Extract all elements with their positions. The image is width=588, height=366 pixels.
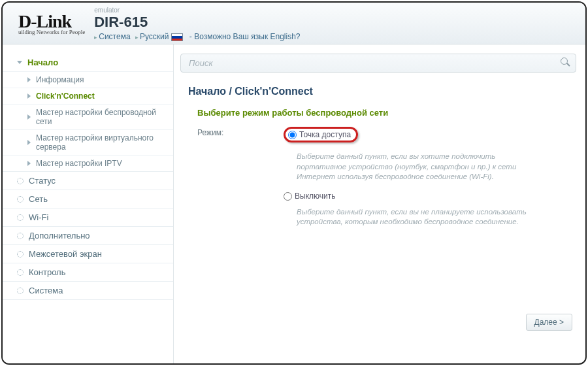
sidebar-item-система[interactable]: Система: [3, 282, 173, 300]
chevron-right-icon: [27, 77, 31, 82]
flag-ru-icon: [171, 33, 183, 41]
sidebar: НачалоИнформацияClick'n'ConnectМастер на…: [3, 44, 174, 365]
mode-option-1: Выключить: [284, 191, 576, 201]
sidebar-item-wi-fi[interactable]: Wi-Fi: [3, 208, 173, 227]
chevron-right-icon: [27, 161, 31, 166]
language-link[interactable]: Русский: [140, 32, 169, 41]
sidebar-subitem-click-n-connect[interactable]: Click'n'Connect: [3, 88, 173, 104]
sidebar-item-label: Начало: [27, 58, 58, 67]
sidebar-item-label: Сеть: [29, 194, 48, 204]
breadcrumb: Начало / Click'n'Connect: [188, 86, 576, 97]
gear-icon: [17, 214, 24, 221]
language-prompt-link[interactable]: - Возможно Ваш язык English?: [189, 32, 301, 41]
sidebar-item-label: Контроль: [29, 267, 65, 277]
header-subline: ▸Система ▸Русский - Возможно Ваш язык En…: [94, 32, 300, 41]
gear-icon: [17, 178, 24, 184]
chevron-right-icon: [27, 114, 31, 120]
mode-radio-label[interactable]: Точка доступа: [299, 130, 351, 139]
sidebar-item-label: Дополнительно: [29, 231, 90, 241]
sidebar-item-начало[interactable]: НачалоИнформацияClick'n'ConnectМастер на…: [3, 54, 173, 172]
search-icon[interactable]: [560, 57, 570, 67]
sidebar-item-сеть[interactable]: Сеть: [3, 190, 173, 208]
sidebar-item-label: Wi-Fi: [29, 212, 48, 222]
main-content: Поиск Начало / Click'n'Connect Выберите …: [174, 44, 585, 365]
sidebar-item-label: Система: [29, 286, 63, 295]
sidebar-subitem-label: Информация: [36, 75, 84, 84]
sidebar-subitem-label: Мастер настройки виртуального сервера: [36, 133, 167, 152]
mode-radio-0[interactable]: [288, 131, 297, 139]
sidebar-subitem-label: Мастер настройки IPTV: [36, 159, 122, 168]
section-title: Выберите режим работы беспроводной сети: [197, 108, 576, 118]
chevron-down-icon: [17, 61, 22, 64]
sidebar-subitem-label: Click'n'Connect: [36, 92, 95, 101]
mode-option-desc-0: Выберите данный пункт, если вы хотите по…: [297, 152, 545, 182]
sidebar-subitem-мастер-настройки-виртуального-сервера[interactable]: Мастер настройки виртуального сервера: [3, 129, 173, 155]
sidebar-item-контроль[interactable]: Контроль: [3, 263, 173, 282]
sidebar-item-межсетевой-экран[interactable]: Межсетевой экран: [3, 245, 173, 263]
sidebar-subitem-label: Мастер настройки беспроводной сети: [36, 108, 167, 126]
sidebar-item-label: Статус: [29, 176, 56, 186]
sidebar-subitem-информация[interactable]: Информация: [3, 71, 173, 88]
mode-label: Режим:: [197, 127, 284, 237]
gear-icon: [17, 233, 24, 239]
system-link[interactable]: Система: [99, 32, 130, 41]
sidebar-subitem-мастер-настройки-беспроводной-сети[interactable]: Мастер настройки беспроводной сети: [3, 104, 173, 129]
header-info: emulator DIR-615 ▸Система ▸Русский - Воз…: [94, 7, 300, 41]
sidebar-item-статус[interactable]: Статус: [3, 172, 173, 190]
next-button[interactable]: Далее >: [526, 314, 573, 331]
search-placeholder: Поиск: [189, 58, 213, 68]
sidebar-item-label: Межсетевой экран: [29, 249, 102, 259]
mode-option-0: Точка доступа: [284, 127, 358, 142]
emulator-label: emulator: [94, 7, 300, 14]
gear-icon: [17, 251, 24, 258]
mode-radio-1[interactable]: [284, 192, 292, 201]
chevron-right-icon: [27, 140, 31, 145]
brand-logo: D-Linkuilding Networks for People: [18, 13, 85, 35]
header: D-Linkuilding Networks for People emulat…: [3, 3, 585, 44]
sidebar-subitem-мастер-настройки-iptv[interactable]: Мастер настройки IPTV: [3, 155, 173, 171]
chevron-right-icon: [27, 93, 31, 99]
gear-icon: [17, 196, 24, 203]
model-name: DIR-615: [94, 14, 300, 31]
mode-option-desc-1: Выберите данный пункт, если вы не планир…: [297, 207, 545, 227]
mode-radio-label[interactable]: Выключить: [295, 191, 335, 201]
search-box[interactable]: Поиск: [180, 54, 576, 73]
gear-icon: [17, 269, 24, 276]
sidebar-item-дополнительно[interactable]: Дополнительно: [3, 227, 173, 245]
gear-icon: [17, 288, 24, 294]
